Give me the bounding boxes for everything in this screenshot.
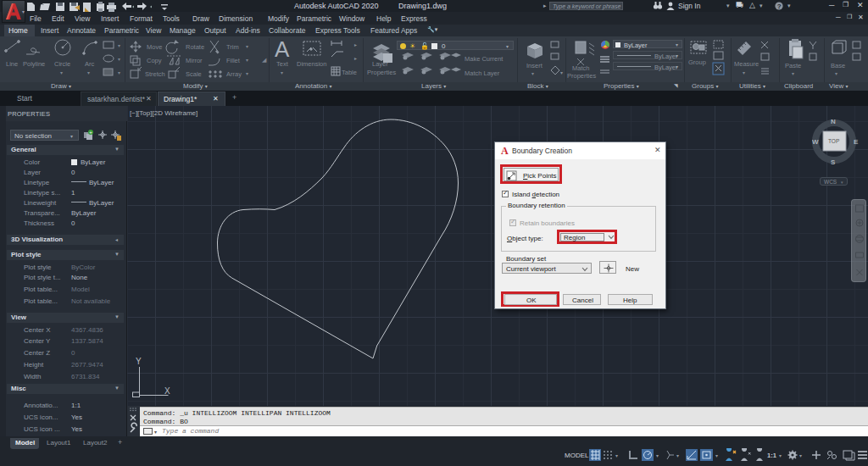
svg-text:▾: ▾ [799,453,802,458]
svg-text:Make Current: Make Current [465,55,504,63]
svg-text:1:1: 1:1 [767,452,776,459]
svg-text:▾: ▾ [560,70,563,75]
svg-text:X: X [164,386,170,396]
svg-text:Insert: Insert [526,62,543,69]
svg-text:Match Layer: Match Layer [465,69,500,77]
svg-text:Measure: Measure [734,60,759,68]
svg-text:Text: Text [276,60,289,68]
svg-text:▸: ▸ [354,56,357,61]
svg-text:▾: ▾ [656,453,659,458]
svg-text:N: N [831,118,836,125]
svg-text:▾: ▾ [281,70,283,75]
svg-text:Arc: Arc [85,60,95,68]
svg-text:+: + [89,130,92,135]
svg-text:TOP: TOP [828,138,839,144]
svg-text:▾: ▾ [246,71,248,76]
svg-text:Match: Match [572,64,589,72]
svg-text:Base: Base [831,62,845,69]
svg-text:Dimension: Dimension [297,60,326,68]
svg-text:▾: ▾ [715,453,718,458]
svg-text:Move: Move [147,43,162,51]
svg-text:▾: ▾ [118,57,120,62]
svg-text:▾: ▾ [246,58,248,63]
svg-text:Polyline: Polyline [23,60,45,68]
svg-text:Y: Y [136,357,142,366]
svg-text:▾: ▾ [615,453,618,458]
svg-text:Table: Table [342,69,357,76]
svg-text:Scale: Scale [186,70,202,78]
svg-text:▾: ▾ [246,44,248,49]
svg-text:Paste: Paste [785,62,801,69]
svg-text:?: ? [777,3,782,10]
svg-text:Copy: Copy [147,57,162,64]
svg-text:▾: ▾ [118,70,120,75]
svg-text:Trim: Trim [226,43,239,51]
svg-text:◢: ◢ [262,57,267,63]
svg-text:Properties: Properties [367,69,396,76]
svg-text:▾: ▾ [779,453,782,458]
svg-text:▾: ▾ [835,71,837,76]
svg-text:Fillet: Fillet [226,57,241,64]
svg-text:▸: ▸ [354,42,357,47]
svg-text:▾: ▾ [60,70,63,75]
svg-text:S: S [831,158,836,166]
svg-text:Rotate: Rotate [186,43,204,51]
svg-text:▾: ▾ [87,70,90,75]
svg-text:Line: Line [6,60,18,68]
svg-text:▾: ▾ [531,71,534,76]
svg-text:W: W [812,138,819,146]
svg-text:▾: ▾ [792,71,794,76]
svg-text:▾: ▾ [118,43,120,48]
svg-text:▾: ▾ [743,70,745,75]
svg-text:E: E [854,138,859,146]
svg-text:Circle: Circle [54,60,70,68]
svg-text:Group: Group [688,58,706,66]
svg-text:Array: Array [226,70,242,78]
svg-text:▾: ▾ [676,453,679,458]
svg-text:Layer: Layer [372,60,388,68]
svg-text:Properties: Properties [567,72,596,80]
svg-text:Stretch: Stretch [145,70,165,78]
svg-text:Mirror: Mirror [186,57,203,64]
svg-text:A: A [275,36,290,62]
